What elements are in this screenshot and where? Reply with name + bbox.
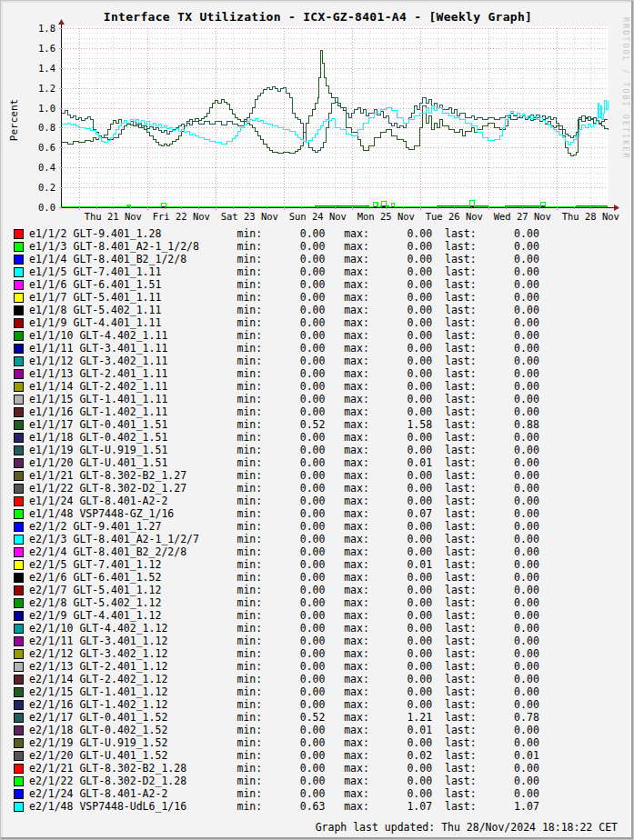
legend-row: e2/1/7 GLT-5.401_1.12 min: 0.00 max: 0.0… [14,584,539,596]
legend-row-text: e2/1/20 GLT-U.401_1.52 min: 0.00 max: 0.… [29,749,539,762]
series-color-swatch [14,471,24,481]
legend-row: e2/1/8 GLT-5.402_1.12 min: 0.00 max: 0.0… [14,596,539,609]
series-color-swatch [14,776,24,786]
svg-text:Thu 28 Nov: Thu 28 Nov [562,211,619,222]
series-color-swatch [14,560,24,570]
legend-row: e2/1/13 GLT-2.401_1.12 min: 0.00 max: 0.… [14,660,539,673]
legend-row-text: e1/1/48 VSP7448-GZ_1/16 min: 0.00 max: 0… [29,507,539,520]
legend-row-text: e2/1/48 VSP7448-UdL6_1/16 min: 0.63 max:… [29,800,539,813]
series-color-swatch [14,585,24,595]
legend-row-text: e2/1/5 GLT-7.401_1.12 min: 0.00 max: 0.0… [29,558,539,571]
svg-text:1.6: 1.6 [38,43,55,54]
legend-row-text: e1/1/19 GLT-U.919_1.51 min: 0.00 max: 0.… [29,444,539,456]
legend-row: e2/1/20 GLT-U.401_1.52 min: 0.00 max: 0.… [14,749,539,762]
legend-row-text: e1/1/8 GLT-5.402_1.11 min: 0.00 max: 0.0… [29,304,539,316]
legend-row: e2/1/18 GLT-0.402_1.52 min: 0.00 max: 0.… [14,724,539,736]
legend-row-text: e1/1/13 GLT-2.401_1.11 min: 0.00 max: 0.… [29,367,539,380]
series-color-swatch [14,649,24,659]
legend-row: e2/1/2 GLT-9.401_1.27 min: 0.00 max: 0.0… [14,520,539,533]
svg-text:0.2: 0.2 [38,182,55,193]
series-color-swatch [14,522,24,532]
legend-row-text: e1/1/24 GLT-8.401-A2-2 min: 0.00 max: 0.… [29,495,539,507]
legend-row-text: e2/1/18 GLT-0.402_1.52 min: 0.00 max: 0.… [29,724,539,736]
legend-row-text: e1/1/9 GLT-4.401_1.11 min: 0.00 max: 0.0… [29,316,539,329]
series-color-swatch [14,344,24,354]
legend-row: e1/1/13 GLT-2.401_1.11 min: 0.00 max: 0.… [14,367,539,380]
series-color-swatch [14,636,24,646]
legend-row: e2/1/22 GLT-8.302-D2_1.28 min: 0.00 max:… [14,775,539,787]
svg-text:1.8: 1.8 [38,23,55,34]
utilization-plot: 0.00.20.40.60.81.01.21.41.61.8Thu 21 Nov… [1,1,634,225]
legend-row: e2/1/3 GLT-8.401_A2-1_1/2/7 min: 0.00 ma… [14,533,539,545]
svg-text:Sun 24 Nov: Sun 24 Nov [289,211,347,222]
series-color-swatch [14,547,24,557]
legend-row: e2/1/12 GLT-3.402_1.12 min: 0.00 max: 0.… [14,647,539,660]
legend-row-text: e1/1/10 GLT-4.402_1.11 min: 0.00 max: 0.… [29,329,539,342]
legend-row: e2/1/10 GLT-4.402_1.12 min: 0.00 max: 0.… [14,622,539,635]
svg-text:1.4: 1.4 [38,63,55,74]
last-updated: Graph last updated: Thu 28/Nov/2024 18:1… [316,821,618,834]
legend-row-text: e2/1/7 GLT-5.401_1.12 min: 0.00 max: 0.0… [29,584,539,596]
series-color-swatch [14,700,24,710]
series-color-swatch [14,356,24,366]
svg-text:Fri 22 Nov: Fri 22 Nov [153,211,210,222]
legend-row-text: e2/1/15 GLT-1.401_1.12 min: 0.00 max: 0.… [29,685,539,698]
legend-row: e1/1/21 GLT-8.302-B2_1.27 min: 0.00 max:… [14,469,539,482]
legend-row: e1/1/11 GLT-3.401_1.11 min: 0.00 max: 0.… [14,342,539,355]
series-color-swatch [14,624,24,634]
series-color-swatch [14,662,24,672]
series-color-swatch [14,293,24,303]
series-color-swatch [14,751,24,761]
svg-text:0.6: 0.6 [38,142,55,153]
legend-row: e2/1/15 GLT-1.401_1.12 min: 0.00 max: 0.… [14,685,539,698]
legend-row: e1/1/4 GLT-8.401_B2_1/2/8 min: 0.00 max:… [14,253,539,265]
series-color-swatch [14,535,24,545]
legend-row: e1/1/8 GLT-5.402_1.11 min: 0.00 max: 0.0… [14,304,539,316]
series-color-swatch [14,738,24,748]
series-color-swatch [14,573,24,583]
series-color-swatch [14,331,24,341]
svg-text:1.0: 1.0 [38,103,55,114]
series-color-swatch [14,318,24,328]
legend-row-text: e2/1/9 GLT-4.401_1.12 min: 0.00 max: 0.0… [29,609,539,622]
legend-row-text: e2/1/2 GLT-9.401_1.27 min: 0.00 max: 0.0… [29,520,539,533]
legend-row: e2/1/21 GLT-8.302-B2_1.28 min: 0.00 max:… [14,762,539,775]
legend-row-text: e1/1/22 GLT-8.302-D2_1.27 min: 0.00 max:… [29,482,539,495]
legend-row-text: e2/1/17 GLT-0.401_1.52 min: 0.52 max: 1.… [29,711,539,724]
legend-row: e1/1/14 GLT-2.402_1.11 min: 0.00 max: 0.… [14,380,539,393]
series-color-swatch [14,496,24,506]
legend-row-text: e1/1/14 GLT-2.402_1.11 min: 0.00 max: 0.… [29,380,539,393]
legend-row-text: e2/1/8 GLT-5.402_1.12 min: 0.00 max: 0.0… [29,596,539,609]
svg-text:Thu 21 Nov: Thu 21 Nov [85,211,142,222]
legend-row: e2/1/16 GLT-1.402_1.12 min: 0.00 max: 0.… [14,698,539,711]
legend-row-text: e1/1/11 GLT-3.401_1.11 min: 0.00 max: 0.… [29,342,539,355]
series-color-swatch [14,484,24,494]
legend-row-text: e1/1/6 GLT-6.401_1.51 min: 0.00 max: 0.0… [29,278,539,291]
legend-row-text: e2/1/19 GLT-U.919_1.52 min: 0.00 max: 0.… [29,736,539,749]
series-color-swatch [14,445,24,455]
series-color-swatch [14,305,24,315]
series-color-swatch [14,242,24,252]
series-color-swatch [14,611,24,621]
series-color-swatch [14,280,24,290]
series-color-swatch [14,255,24,265]
series-color-swatch [14,509,24,519]
legend-row: e1/1/10 GLT-4.402_1.11 min: 0.00 max: 0.… [14,329,539,342]
legend: e1/1/2 GLT-9.401_1.28 min: 0.00 max: 0.0… [14,227,539,813]
legend-row-text: e2/1/16 GLT-1.402_1.12 min: 0.00 max: 0.… [29,698,539,711]
legend-row: e1/1/9 GLT-4.401_1.11 min: 0.00 max: 0.0… [14,316,539,329]
legend-row: e2/1/5 GLT-7.401_1.12 min: 0.00 max: 0.0… [14,558,539,571]
rrdtool-graph-image: Interface TX Utilization - ICX-GZ-8401-A… [0,0,634,840]
legend-row: e2/1/14 GLT-2.402_1.12 min: 0.00 max: 0.… [14,673,539,685]
legend-row: e1/1/22 GLT-8.302-D2_1.27 min: 0.00 max:… [14,482,539,495]
series-color-swatch [14,407,24,417]
series-color-swatch [14,764,24,774]
svg-text:1.2: 1.2 [38,83,55,94]
legend-row: e1/1/2 GLT-9.401_1.28 min: 0.00 max: 0.0… [14,227,539,240]
legend-row: e2/1/6 GLT-6.401_1.52 min: 0.00 max: 0.0… [14,571,539,584]
legend-row: e1/1/17 GLT-0.401_1.51 min: 0.52 max: 1.… [14,418,539,431]
legend-row-text: e1/1/20 GLT-U.401_1.51 min: 0.00 max: 0.… [29,456,539,469]
legend-row-text: e1/1/18 GLT-0.402_1.51 min: 0.00 max: 0.… [29,431,539,444]
svg-text:0.0: 0.0 [38,202,55,213]
legend-row: e1/1/3 GLT-8.401_A2-1_1/2/8 min: 0.00 ma… [14,240,539,253]
